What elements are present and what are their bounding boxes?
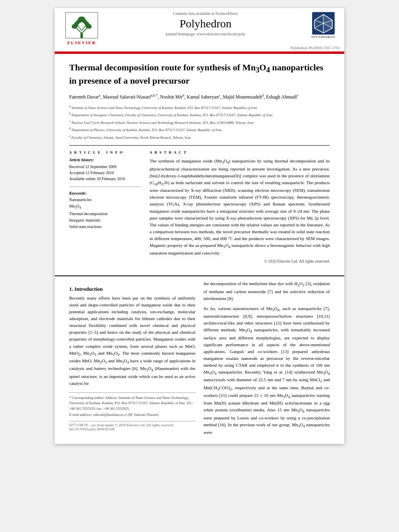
intro-paragraph1: Recently many efforts have been put on t… — [69, 295, 195, 387]
abstract-text: The synthesis of manganese oxide (Mn3O4)… — [150, 158, 330, 257]
keyword-solid-state: Solid state reactions — [69, 224, 142, 230]
affiliation-e: e Faculty of Chemistry, Islamic Azad Uni… — [69, 134, 330, 141]
keyword-inorganic: Inorganic materials — [69, 217, 142, 224]
svg-line-1 — [76, 27, 82, 33]
affiliations: a Institute of Nano Science and Nano Tec… — [69, 104, 330, 141]
journal-ref-line: Polyhedron 29 (2010) 1747–1753 — [60, 45, 339, 51]
keyword-nanoparticles: Nanoparticles — [69, 197, 142, 203]
two-col-abstract: A R T I C L E I N F O Article history: R… — [69, 145, 330, 263]
polyhedron-icon: POLYHEDRON — [311, 11, 335, 35]
poly-label: POLYHEDRON — [311, 35, 335, 39]
copyright-line: © 2010 Elsevier Ltd. All rights reserved… — [150, 259, 330, 263]
intro-paragraph3: So far, various nanostructures of Mn3O4,… — [204, 305, 330, 436]
affiliation-d: d Department of Physics, University of K… — [69, 126, 330, 133]
keyword-mn3o4: Mn3O4 — [69, 203, 142, 210]
article-body: Thermal decomposition route for synthesi… — [55, 54, 344, 271]
polyhedron-logo-box: POLYHEDRON POLYHEDRON — [307, 11, 339, 39]
journal-title: Polyhedron — [108, 17, 303, 30]
article-history-title: Article history: — [69, 158, 142, 162]
page: ELSEVIER Contents lists available at Sci… — [55, 8, 344, 444]
keywords-label: Keywords: — [69, 191, 142, 195]
corresponding-author-note: * Corresponding author. Address: Institu… — [69, 395, 195, 412]
bottom-bar: 0277-5387/$ – see front matter © 2010 El… — [69, 421, 195, 431]
two-col-main: 1. Introduction Recently many efforts ha… — [69, 280, 330, 436]
license-text: 0277-5387/$ – see front matter © 2010 El… — [69, 423, 195, 427]
svg-rect-0 — [80, 33, 83, 38]
svg-point-11 — [82, 19, 87, 23]
svg-line-2 — [82, 27, 88, 33]
affiliation-b: b Department of Inorganic Chemistry, Fac… — [69, 111, 330, 118]
available-date: Available online 20 February 2010 — [69, 176, 142, 182]
email-note: E-mail address: salavati@kashanu.ac.ir (… — [69, 412, 195, 418]
authors-line: Fatemeh Davara, Masoud Salavati-Niasaria… — [69, 92, 330, 101]
keywords-block: Keywords: Nanoparticles Mn3O4 Thermal de… — [69, 191, 142, 230]
journal-center: Contents lists available at ScienceDirec… — [104, 11, 307, 36]
accepted-date: Accepted 12 February 2010 — [69, 170, 142, 176]
abstract-section-label: A B S T R A C T — [150, 150, 330, 154]
article-info-section-label: A R T I C L E I N F O — [69, 150, 142, 154]
keyword-thermal: Thermal decomposition — [69, 211, 142, 217]
footnote-area: * Corresponding author. Address: Institu… — [69, 392, 195, 418]
affiliation-a: a Institute of Nano Science and Nano Tec… — [69, 104, 330, 111]
intro-paragraph2: the decomposition of the methylene blue … — [204, 280, 330, 302]
svg-point-10 — [76, 19, 81, 23]
journal-header: ELSEVIER Contents lists available at Sci… — [55, 8, 344, 52]
affiliation-c: c Nuclear Fuel Cycle Research School, Nu… — [69, 119, 330, 126]
received-date: Received 12 September 2009 — [69, 164, 142, 170]
left-col: A R T I C L E I N F O Article history: R… — [69, 150, 142, 263]
article-title: Thermal decomposition route for synthesi… — [69, 62, 330, 87]
article-history-block: Article history: Received 12 September 2… — [69, 158, 142, 182]
journal-homepage: journal homepage: www.elsevier.com/locat… — [108, 32, 303, 36]
elsevier-tree-icon — [64, 11, 100, 39]
sciencedirect-line: Contents lists available at ScienceDirec… — [108, 11, 303, 16]
elsevier-logo-area: ELSEVIER — [60, 11, 104, 45]
elsevier-label: ELSEVIER — [67, 40, 96, 45]
col-right-main: the decomposition of the methylene blue … — [204, 280, 330, 436]
divider — [69, 187, 142, 187]
main-content: 1. Introduction Recently many efforts ha… — [55, 275, 344, 444]
col-left-main: 1. Introduction Recently many efforts ha… — [69, 280, 195, 436]
right-col: A B S T R A C T The synthesis of mangane… — [150, 150, 330, 263]
doi-text: doi:10.1016/j.poly.2010.02.026 — [69, 427, 195, 431]
intro-heading: 1. Introduction — [69, 286, 195, 292]
